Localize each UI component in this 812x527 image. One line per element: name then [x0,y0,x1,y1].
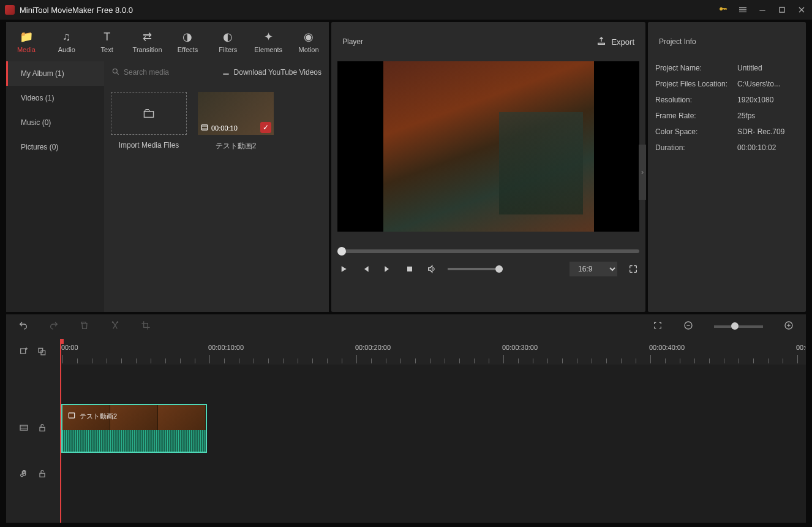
export-button[interactable]: Export [596,36,634,48]
svg-rect-1 [201,125,207,130]
music-note-icon: ♫ [62,31,71,44]
download-icon [222,67,230,78]
close-button[interactable] [796,4,807,15]
minimize-button[interactable] [757,4,768,15]
info-value: 1920x1080 [737,96,773,104]
app-logo-icon [5,5,15,15]
tab-effects[interactable]: ◑Effects [168,25,208,59]
undo-button[interactable] [18,320,28,333]
info-label: Color Space: [655,127,737,136]
timeline-toolbar [6,314,806,339]
info-value: SDR- Rec.709 [737,127,784,136]
media-clip[interactable]: 00:00:10 ✓ テスト動画2 [196,92,276,151]
delete-button[interactable] [80,320,89,333]
effects-icon: ◑ [182,30,192,44]
download-youtube-link[interactable]: Download YouTube Videos [222,67,321,78]
timeline: 00:0000:00:10:0000:00:20:0000:00:30:0000… [6,339,806,523]
next-frame-button[interactable] [382,263,394,275]
search-wrap[interactable] [111,67,217,78]
info-label: Project Files Location: [655,80,737,88]
svg-rect-10 [20,425,28,430]
elements-icon: ✦ [264,30,273,44]
motion-icon: ◉ [304,30,314,44]
text-icon: T [103,31,110,44]
film-icon [200,123,209,133]
zoom-out-button[interactable] [683,320,693,333]
tab-transition[interactable]: ⇄Transition [127,25,168,59]
media-panel: 📁Media ♫Audio TText ⇄Transition ◑Effects… [6,22,329,312]
project-info-panel: Project Info Project Name:Untitled Proje… [648,22,806,312]
key-icon[interactable] [718,4,729,15]
sidebar-item-videos[interactable]: Videos (1) [6,86,104,110]
main-tabs: 📁Media ♫Audio TText ⇄Transition ◑Effects… [6,22,329,61]
prev-frame-button[interactable] [359,263,372,275]
audio-track-icon [19,469,29,480]
film-icon [67,411,76,421]
sidebar-item-music[interactable]: Music (0) [6,110,104,135]
menu-icon[interactable] [737,4,748,15]
volume-icon[interactable] [426,263,438,275]
add-track-button[interactable] [19,346,29,358]
import-media-button[interactable]: 🗀 Import Media Files [109,92,189,150]
info-label: Project Name: [655,64,737,72]
folder-icon: 🗀 [142,105,156,121]
check-icon: ✓ [260,122,271,133]
svg-point-3 [112,321,114,323]
video-track[interactable]: テスト動画2 [60,404,806,453]
volume-slider[interactable] [448,268,503,270]
zoom-in-button[interactable] [784,320,794,333]
video-preview[interactable] [337,61,639,232]
tab-text[interactable]: TText [87,25,127,59]
svg-rect-12 [40,473,45,477]
search-input[interactable] [124,68,197,77]
tab-elements[interactable]: ✦Elements [248,25,288,59]
crop-button[interactable] [141,320,151,333]
tab-media[interactable]: 📁Media [6,25,47,59]
info-value: 00:00:10:02 [737,143,776,152]
sidebar-item-my-album[interactable]: My Album (1) [6,61,104,86]
search-icon [111,67,120,78]
audio-lock-button[interactable] [37,469,47,480]
scrub-bar[interactable] [337,249,639,253]
video-lock-button[interactable] [37,423,47,434]
svg-rect-8 [39,348,43,352]
panel-collapse-handle[interactable]: › [639,145,646,200]
tab-motion[interactable]: ◉Motion [288,25,329,59]
zoom-slider[interactable] [714,325,763,328]
time-ruler[interactable]: 00:0000:00:10:0000:00:20:0000:00:30:0000… [60,339,806,365]
info-value: Untitled [737,64,762,72]
filters-icon: ◐ [223,30,233,44]
title-bar: MiniTool MovieMaker Free 8.0.0 [0,0,812,20]
play-button[interactable] [337,263,350,275]
manage-tracks-button[interactable] [37,346,47,358]
transition-icon: ⇄ [143,30,152,44]
svg-rect-13 [69,413,74,418]
sidebar-item-pictures[interactable]: Pictures (0) [6,135,104,159]
info-label: Resolution: [655,96,737,104]
timeline-clip[interactable]: テスト動画2 [61,404,207,453]
svg-rect-2 [407,267,412,271]
app-title: MiniTool MovieMaker Free 8.0.0 [20,6,718,15]
split-button[interactable] [110,320,120,333]
maximize-button[interactable] [776,4,788,15]
folder-icon: 📁 [20,30,33,44]
info-label: Duration: [655,143,737,152]
stop-button[interactable] [404,263,416,275]
audio-track[interactable] [60,453,806,496]
tab-audio[interactable]: ♫Audio [47,25,87,59]
project-info-title: Project Info [659,37,696,46]
playhead[interactable] [60,339,61,523]
redo-button[interactable] [49,320,59,333]
info-value: C:\Users\to... [737,80,780,88]
svg-point-4 [117,321,119,323]
aspect-select[interactable]: 16:9 [570,262,617,276]
overlay-track[interactable] [60,365,806,404]
tab-filters[interactable]: ◐Filters [208,25,248,59]
video-track-icon [19,423,29,434]
fit-button[interactable] [653,320,663,333]
media-sidebar: My Album (1) Videos (1) Music (0) Pictur… [6,61,104,312]
info-value: 25fps [737,112,755,120]
info-label: Frame Rate: [655,112,737,120]
svg-rect-11 [40,427,45,431]
fullscreen-button[interactable] [627,263,639,275]
